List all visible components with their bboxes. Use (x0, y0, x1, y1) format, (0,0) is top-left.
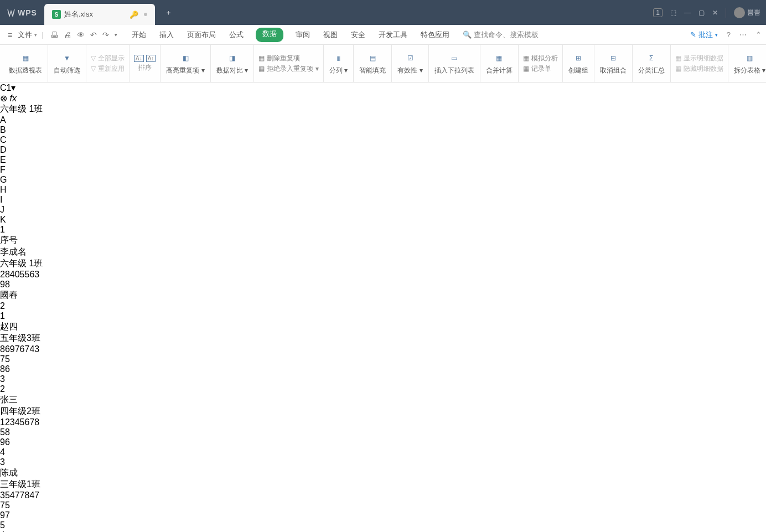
cell-D4[interactable]: 35477847 (0, 490, 766, 500)
ribbon-ungroup[interactable]: ⊟取消组合 (594, 45, 633, 82)
cell-B4[interactable]: 陈成 (0, 467, 766, 479)
col-header-K[interactable]: K (0, 215, 766, 225)
row-header-5[interactable]: 5 (0, 520, 766, 530)
col-header-I[interactable]: I (0, 195, 766, 205)
tab-review[interactable]: 审阅 (294, 28, 311, 42)
cell-E2[interactable]: 75 (0, 354, 766, 364)
ribbon-reject-dup[interactable]: ▦ 拒绝录入重复项 ▾ (258, 64, 319, 74)
qat-save-icon[interactable]: 🖶 (50, 30, 58, 39)
qat-preview-icon[interactable]: 👁 (77, 30, 85, 39)
row-header-4[interactable]: 4 (0, 447, 766, 457)
cloud-icon[interactable]: ⬚ (670, 9, 676, 17)
tab-insert[interactable]: 插入 (158, 28, 175, 42)
col-header-A[interactable]: A (0, 115, 766, 125)
ribbon-consolidate[interactable]: ▦合并计算 (480, 45, 519, 82)
ribbon-autofilter[interactable]: ▼自动筛选 (48, 45, 86, 82)
file-menu[interactable]: 文件▾ (18, 30, 37, 40)
row-2: 21赵四五年级3班869767437586 (0, 301, 766, 374)
ribbon-text-to-columns[interactable]: ⫼分列 ▾ (324, 45, 354, 82)
col-header-D[interactable]: D (0, 145, 766, 155)
ribbon-data: ▦数据透视表 ▼自动筛选 ▽ 全部显示 ▽ 重新应用 A↓A↑ 排序 ◧高亮重复… (0, 45, 766, 82)
col-header-J[interactable]: J (0, 205, 766, 215)
tab-developer[interactable]: 开发工具 (377, 28, 408, 42)
cell-B3[interactable]: 张三 (0, 394, 766, 406)
col-header-G[interactable]: G (0, 175, 766, 185)
cell-F2[interactable]: 86 (0, 364, 766, 374)
tab-page-layout[interactable]: 页面布局 (186, 28, 217, 42)
qat-print-icon[interactable]: 🖨 (64, 30, 71, 39)
ribbon-tabs: 开始 插入 页面布局 公式 数据 审阅 视图 安全 开发工具 特色应用 (131, 28, 451, 42)
col-header-H[interactable]: H (0, 185, 766, 195)
cell-F4[interactable]: 97 (0, 510, 766, 520)
command-search[interactable]: 🔍 查找命令、搜索模板 (463, 30, 539, 40)
cell-E3[interactable]: 58 (0, 427, 766, 437)
annotate-button[interactable]: ✎批注▾ (690, 30, 718, 40)
ribbon-whatif[interactable]: ▦ 模拟分析 (523, 54, 558, 63)
document-tab[interactable]: S 姓名.xlsx 🔑 (44, 4, 155, 25)
notification-badge[interactable]: 1 (653, 8, 663, 17)
cell-C4[interactable]: 三年级1班 (0, 479, 766, 490)
fx-cancel-icon[interactable]: ⊗ (0, 94, 7, 103)
tab-security[interactable]: 安全 (350, 28, 366, 42)
tab-data[interactable]: 数据 (256, 28, 283, 42)
hamburger-icon[interactable]: ≡ (8, 30, 12, 39)
ribbon-split-table[interactable]: ▥拆分表格 ▾ (728, 45, 766, 82)
row-header-1[interactable]: 1 (0, 225, 766, 235)
tab-view[interactable]: 视图 (322, 28, 339, 42)
ribbon-validation[interactable]: ☑有效性 ▾ (392, 45, 428, 82)
cell-B2[interactable]: 赵四 (0, 321, 766, 333)
cell-C1[interactable]: 六年级 1班 (0, 258, 766, 270)
cell-A1[interactable]: 序号 (0, 235, 766, 246)
row-header-2[interactable]: 2 (0, 301, 766, 311)
cell-F1[interactable]: 國舂 (0, 290, 766, 301)
ribbon-smart-fill[interactable]: ▤智能填充 (354, 45, 392, 82)
cell-F3[interactable]: 96 (0, 437, 766, 447)
user-avatar[interactable]: 쁨쁨 (734, 7, 760, 18)
cell-C2[interactable]: 五年级3班 (0, 333, 766, 344)
ribbon-subtotal[interactable]: Σ分类汇总 (633, 45, 671, 82)
cell-C3[interactable]: 四年级2班 (0, 406, 766, 417)
ribbon-data-compare[interactable]: ◨数据对比 ▾ (211, 45, 254, 82)
cell-E4[interactable]: 75 (0, 500, 766, 510)
cell-D2[interactable]: 86976743 (0, 344, 766, 354)
cell-A4[interactable]: 3 (0, 457, 766, 467)
col-header-C[interactable]: C (0, 135, 766, 145)
window-minimize-button[interactable]: — (684, 9, 691, 17)
window-close-button[interactable]: ✕ (712, 9, 718, 17)
ribbon-highlight-dup[interactable]: ◧高亮重复项 ▾ (161, 45, 210, 82)
tab-formulas[interactable]: 公式 (228, 28, 245, 42)
ribbon-sort-icons[interactable]: A↓A↑ 排序 (130, 45, 161, 82)
window-maximize-button[interactable]: ▢ (698, 9, 705, 17)
cell-D3[interactable]: 12345678 (0, 417, 766, 427)
qat-redo-icon[interactable]: ↷ (102, 30, 109, 39)
collapse-ribbon-icon[interactable]: ⌃ (755, 30, 762, 39)
cell-B1[interactable]: 李成名 (0, 246, 766, 258)
tab-start[interactable]: 开始 (131, 28, 147, 42)
ribbon-record[interactable]: ▦ 记录单 (523, 64, 551, 74)
tab-special[interactable]: 特色应用 (420, 28, 451, 42)
row-header-3[interactable]: 3 (0, 374, 766, 384)
col-header-B[interactable]: B (0, 125, 766, 135)
ribbon-delete-dup[interactable]: ▦ 删除重复项 (258, 54, 300, 63)
spreadsheet[interactable]: A B C D E F G H I J K 1序号李成名六年级 1班284055… (0, 115, 766, 532)
col-header-E[interactable]: E (0, 155, 766, 165)
cell-E1[interactable]: 98 (0, 280, 766, 290)
qat-undo-icon[interactable]: ↶ (90, 30, 97, 39)
ribbon-options-icon[interactable]: ⋯ (739, 30, 747, 39)
ribbon-whatif-group: ▦ 模拟分析 ▦ 记录单 (519, 45, 563, 82)
formula-input[interactable]: 六年级 1班 (0, 104, 766, 115)
cell-A2[interactable]: 1 (0, 311, 766, 321)
cell-D1[interactable]: 28405563 (0, 270, 766, 280)
column-headers: A B C D E F G H I J K (0, 115, 766, 225)
ribbon-insert-dropdown[interactable]: ▭插入下拉列表 (429, 45, 480, 82)
name-box[interactable]: C1▾ (0, 82, 766, 93)
ribbon-pivot[interactable]: ▦数据透视表 (3, 45, 48, 82)
col-header-F[interactable]: F (0, 165, 766, 175)
help-icon[interactable]: ? (727, 30, 731, 39)
search-icon: 🔍 (463, 30, 472, 39)
menu-bar: ≡ 文件▾ | 🖶 🖨 👁 ↶ ↷ ▾ 开始 插入 页面布局 公式 数据 审阅 … (0, 25, 766, 45)
cell-A3[interactable]: 2 (0, 384, 766, 394)
new-tab-button[interactable]: ＋ (159, 4, 177, 22)
fx-function-icon[interactable]: fx (9, 94, 16, 103)
ribbon-group[interactable]: ⊞创建组 (563, 45, 594, 82)
